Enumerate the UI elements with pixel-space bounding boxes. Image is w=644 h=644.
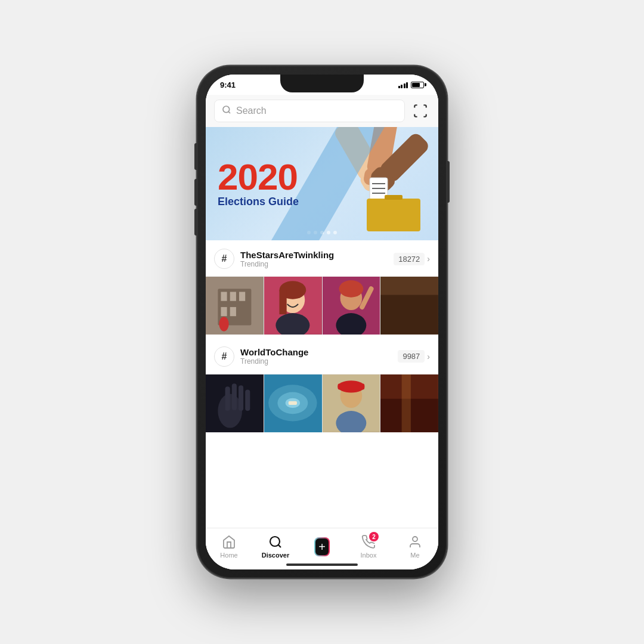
phone-notch: [280, 75, 364, 92]
profile-icon: [407, 534, 423, 550]
count-value-1: 18272: [394, 253, 425, 265]
photo-cell-2-3[interactable]: [323, 374, 380, 432]
photo-grid-1: [206, 277, 438, 335]
photo-cell-1-4[interactable]: [380, 277, 438, 335]
trending-header-2[interactable]: # WorldToChange Trending 9987 ›: [206, 339, 438, 374]
trending-info-2: WorldToChange Trending: [240, 347, 308, 366]
svg-point-52: [270, 537, 280, 546]
svg-rect-31: [380, 277, 438, 335]
svg-line-30: [362, 289, 371, 307]
svg-rect-43: [288, 401, 296, 405]
svg-rect-50: [380, 398, 438, 432]
svg-point-23: [275, 313, 309, 335]
ballot-box: [367, 199, 420, 231]
search-icon: [222, 105, 231, 117]
banner-subtitle: Elections Guide: [218, 196, 299, 209]
photo-cell-1-2[interactable]: [264, 277, 322, 335]
photo-cell-2-2[interactable]: [264, 374, 322, 432]
photo-cell-2-1[interactable]: [206, 374, 264, 432]
chevron-icon-1: ›: [427, 254, 430, 264]
chevron-icon-2: ›: [427, 352, 430, 361]
nav-discover-label: Discover: [262, 552, 289, 559]
svg-point-42: [285, 398, 299, 407]
trending-hashtag-1: TheStarsAreTwinkling: [240, 250, 334, 260]
trending-section-2: # WorldToChange Trending 9987 ›: [206, 339, 438, 432]
svg-rect-33: [206, 374, 264, 432]
phone-wrapper: 9:41: [197, 66, 447, 578]
create-icon: +: [314, 539, 330, 555]
count-value-2: 9987: [398, 350, 425, 363]
svg-point-0: [223, 106, 230, 113]
home-icon: [221, 534, 237, 550]
svg-line-1: [228, 112, 230, 113]
svg-rect-32: [380, 295, 438, 335]
phone-screen: 9:41: [206, 75, 438, 569]
inbox-icon: 2: [361, 534, 376, 550]
svg-point-34: [218, 394, 242, 428]
svg-rect-15: [221, 292, 227, 301]
photo-cell-2-4[interactable]: [380, 374, 438, 432]
svg-rect-36: [232, 383, 237, 410]
nav-home[interactable]: Home: [206, 534, 252, 559]
svg-point-28: [336, 313, 366, 335]
hash-icon-2: #: [214, 346, 234, 367]
photo-grid-2: [206, 374, 438, 432]
svg-rect-37: [239, 385, 243, 411]
svg-rect-44: [323, 374, 380, 432]
search-input-wrapper[interactable]: Search: [214, 100, 405, 122]
phone-outer: 9:41: [197, 66, 447, 578]
nav-create[interactable]: +: [299, 539, 345, 555]
trending-left-2: # WorldToChange Trending: [214, 346, 308, 367]
nav-profile[interactable]: Me: [392, 534, 438, 559]
trending-label-1: Trending: [240, 260, 334, 268]
nav-inbox[interactable]: 2 Inbox: [345, 534, 392, 559]
banner-text-area: 2020 Elections Guide: [218, 159, 299, 209]
svg-rect-51: [402, 374, 411, 432]
status-time: 9:41: [220, 80, 236, 89]
svg-point-27: [340, 286, 362, 310]
nav-discover[interactable]: Discover: [252, 534, 299, 559]
svg-rect-39: [264, 374, 322, 432]
trending-count-1: 18272 ›: [394, 253, 430, 265]
svg-point-54: [413, 537, 417, 541]
elections-banner[interactable]: 2020 Elections Guide: [206, 127, 438, 240]
inbox-badge: 2: [369, 532, 379, 541]
svg-rect-17: [239, 292, 245, 301]
svg-line-53: [278, 545, 281, 547]
photo-cell-1-1[interactable]: [206, 277, 264, 335]
svg-point-47: [338, 380, 364, 392]
photo-cell-1-3[interactable]: [323, 277, 380, 335]
svg-point-22: [280, 286, 305, 313]
discover-icon: [268, 534, 283, 550]
trending-header-1[interactable]: # TheStarsAreTwinkling Trending 18272 ›: [206, 242, 438, 277]
svg-point-41: [277, 392, 308, 414]
bottom-spacer: [206, 432, 438, 444]
hash-icon-1: #: [214, 249, 234, 269]
scan-icon[interactable]: [411, 101, 430, 120]
svg-rect-16: [230, 292, 236, 301]
trending-section-1: # TheStarsAreTwinkling Trending 18272 ›: [206, 242, 438, 335]
trending-count-2: 9987 ›: [398, 350, 430, 363]
svg-point-29: [339, 280, 363, 298]
svg-rect-18: [221, 307, 227, 316]
svg-point-46: [336, 411, 366, 432]
screen-content: 9:41: [206, 75, 438, 569]
svg-point-24: [279, 281, 306, 299]
nav-inbox-label: Inbox: [361, 552, 377, 559]
svg-rect-26: [323, 277, 380, 335]
trending-info-1: TheStarsAreTwinkling Trending: [240, 250, 334, 268]
svg-point-20: [219, 317, 228, 331]
search-placeholder-text: Search: [236, 106, 267, 116]
svg-rect-21: [264, 277, 322, 335]
trending-hashtag-2: WorldToChange: [240, 347, 308, 357]
nav-profile-label: Me: [410, 552, 419, 559]
svg-rect-38: [245, 389, 250, 411]
svg-rect-13: [206, 277, 264, 335]
svg-rect-19: [230, 307, 236, 316]
scroll-content[interactable]: 2020 Elections Guide: [206, 127, 438, 528]
battery-icon: [411, 82, 424, 88]
nav-home-label: Home: [220, 552, 237, 559]
svg-rect-35: [225, 386, 230, 411]
svg-rect-14: [218, 289, 251, 325]
trending-label-2: Trending: [240, 357, 308, 366]
